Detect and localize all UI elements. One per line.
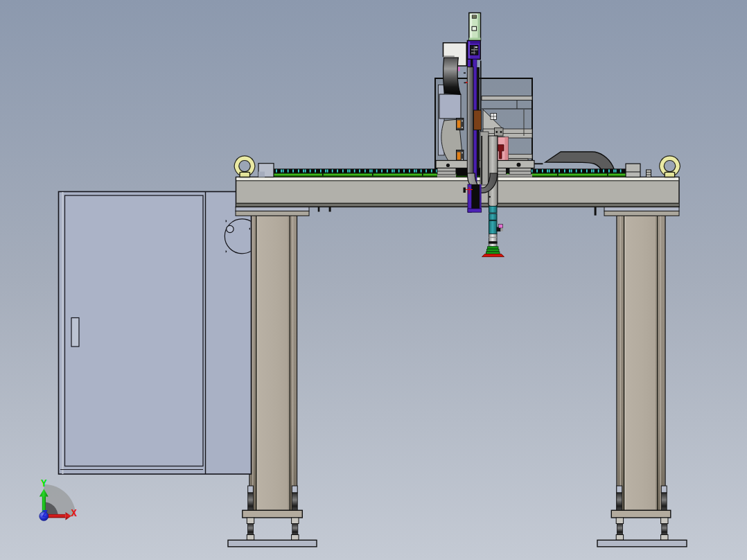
svg-text:Z: Z xyxy=(42,509,48,520)
svg-text:X: X xyxy=(71,508,78,519)
svg-text:Y: Y xyxy=(41,478,47,489)
